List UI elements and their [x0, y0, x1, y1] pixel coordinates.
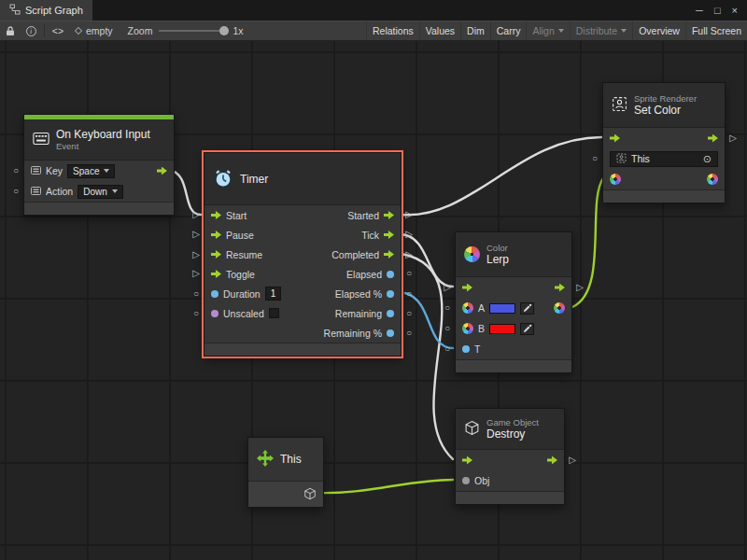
move-arrows-icon [257, 450, 274, 469]
value-port-pin[interactable]: ○ [403, 269, 415, 278]
value-port-pin[interactable]: ○ [190, 289, 202, 299]
flow-output-port[interactable] [384, 250, 394, 259]
wire-elapsedpct-to-t[interactable] [405, 293, 453, 348]
node-timer[interactable]: ▷ ▷ ▷ ▷ ○ ○ ▷ ▷ ▷ ○ ○ ○ ○ Timer Start St… [204, 152, 402, 357]
flow-input-port[interactable] [211, 250, 221, 259]
value-port-pin[interactable]: ○ [10, 166, 21, 175]
sprite-renderer-icon [612, 96, 627, 114]
node-title: Timer [240, 173, 268, 186]
flow-port-pin[interactable]: ▷ [190, 210, 202, 219]
value-input-port[interactable] [211, 310, 218, 317]
tab-script-graph[interactable]: Script Graph [0, 0, 92, 21]
flow-port-pin[interactable]: ▷ [190, 269, 202, 278]
self-output-port[interactable] [303, 487, 317, 502]
distribute-dropdown[interactable]: Distribute [570, 21, 632, 40]
carry-button[interactable]: Carry [490, 21, 527, 40]
value-port-pin[interactable]: ○ [403, 309, 415, 318]
wire-this-to-obj[interactable] [317, 480, 453, 493]
target-this-chip[interactable]: This ⊙ [610, 151, 718, 167]
flow-input-port[interactable] [462, 284, 472, 292]
lock-icon[interactable] [0, 21, 21, 40]
value-input-port-t[interactable] [462, 345, 470, 353]
node-title: Destroy [486, 427, 539, 441]
flow-output-port[interactable] [555, 284, 565, 292]
flow-input-port[interactable] [462, 456, 472, 465]
node-header: On Keyboard InputEvent [24, 119, 174, 161]
value-output-port[interactable] [387, 271, 394, 278]
close-button[interactable]: × [732, 5, 738, 16]
eyedropper-icon[interactable] [520, 302, 534, 315]
value-input-port[interactable] [211, 290, 218, 298]
flow-port-pin[interactable]: ▷ [403, 250, 415, 259]
flow-input-port[interactable] [211, 270, 221, 278]
action-dropdown[interactable]: Down [78, 185, 123, 199]
node-this[interactable]: This [247, 437, 324, 508]
flow-input-port[interactable] [211, 231, 221, 239]
color-wheel-icon [464, 246, 480, 262]
wire-started-to-setcolor[interactable] [402, 137, 601, 215]
port-label-b: B [478, 323, 485, 334]
value-port-pin[interactable]: ○ [442, 303, 453, 313]
color-input-port-a[interactable] [462, 302, 473, 314]
graph-canvas[interactable]: ○ ○ On Keyboard InputEvent Key Space Act… [0, 41, 747, 560]
flow-port-pin[interactable]: ▷ [727, 133, 739, 143]
flow-output-port[interactable] [157, 167, 167, 175]
flow-port-pin[interactable]: ▷ [190, 230, 202, 239]
node-set-color[interactable]: ○ ▷ Sprite RendererSet Color This ⊙ [602, 82, 726, 203]
relations-button[interactable]: Relations [366, 21, 419, 40]
info-icon[interactable]: i [21, 21, 41, 40]
flow-port-pin[interactable]: ▷ [403, 210, 415, 219]
color-swatch-a[interactable] [489, 303, 515, 314]
node-on-keyboard-input[interactable]: ○ ○ On Keyboard InputEvent Key Space Act… [23, 114, 175, 216]
color-output-port[interactable] [707, 174, 718, 185]
color-swatch-b[interactable] [489, 324, 515, 334]
node-category: Sprite Renderer [634, 93, 697, 104]
eyedropper-icon[interactable] [520, 323, 534, 335]
flow-port-pin[interactable]: ▷ [403, 230, 415, 239]
flow-output-port[interactable] [384, 231, 394, 239]
maximize-button[interactable]: □ [714, 5, 721, 16]
flow-port-pin[interactable]: ▷ [567, 455, 578, 465]
flow-output-port[interactable] [547, 456, 557, 465]
value-input-port-obj[interactable] [462, 477, 470, 484]
align-dropdown[interactable]: Align [526, 21, 569, 40]
node-destroy[interactable]: ▷ Game ObjectDestroy Obj [455, 408, 565, 505]
value-port-pin[interactable]: ○ [442, 324, 453, 333]
flow-input-port[interactable] [610, 134, 620, 143]
value-output-port[interactable] [387, 310, 394, 317]
minimize-button[interactable]: ─ [696, 5, 703, 16]
value-port-pin[interactable]: ○ [589, 154, 600, 163]
zoom-slider-knob[interactable] [219, 26, 229, 35]
value-output-port[interactable] [387, 290, 394, 298]
flow-output-port[interactable] [708, 134, 718, 143]
node-category: Game Object [486, 417, 539, 427]
value-port-pin[interactable]: ○ [10, 187, 21, 196]
flow-port-pin[interactable]: ▷ [442, 283, 453, 292]
color-input-port[interactable] [610, 174, 621, 185]
value-port-pin[interactable]: ○ [442, 344, 453, 354]
value-output-port[interactable] [387, 329, 394, 337]
unscaled-checkbox[interactable] [269, 308, 279, 318]
value-port-pin[interactable]: ○ [403, 289, 415, 299]
flow-port-pin[interactable]: ▷ [574, 283, 585, 292]
node-color-lerp[interactable]: ▷ ○ ○ ○ ▷ ColorLerp A B [455, 231, 572, 373]
ports-toggle-icon[interactable]: <> [48, 21, 68, 40]
dim-button[interactable]: Dim [460, 21, 490, 40]
overview-button[interactable]: Overview [632, 21, 685, 40]
flow-input-port[interactable] [211, 211, 221, 219]
flow-port-pin[interactable]: ▷ [190, 250, 202, 259]
color-result-port[interactable] [554, 302, 565, 314]
values-button[interactable]: Values [419, 21, 460, 40]
value-port-pin[interactable]: ○ [403, 329, 415, 338]
target-picker-icon[interactable]: ⊙ [703, 154, 712, 164]
value-port-pin[interactable]: ○ [190, 309, 202, 318]
duration-input[interactable]: 1 [265, 287, 282, 301]
port-label-action: Action [46, 186, 73, 197]
flow-output-port[interactable] [384, 211, 394, 219]
zoom-slider[interactable] [159, 30, 226, 32]
key-dropdown[interactable]: Space [67, 164, 115, 178]
wire-tick-to-lerp[interactable] [402, 234, 453, 287]
color-input-port-b[interactable] [462, 323, 473, 334]
fullscreen-button[interactable]: Full Screen [685, 21, 747, 40]
port-label: Started [347, 210, 379, 221]
